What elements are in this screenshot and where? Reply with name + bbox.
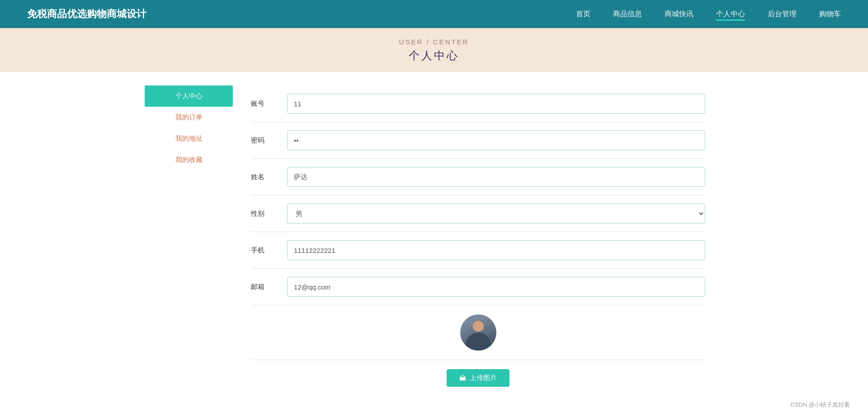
nav-item-admin[interactable]: 后台管理 bbox=[768, 10, 797, 19]
hero-banner: USER / CENTER 个人中心 bbox=[0, 28, 868, 72]
email-input[interactable] bbox=[287, 277, 705, 297]
email-row: 邮箱 bbox=[251, 269, 705, 305]
sidebar-item-favorites[interactable]: 我的收藏 bbox=[145, 149, 233, 171]
sidebar: 个人中心 我的订单 我的地址 我的收藏 bbox=[145, 86, 233, 396]
main-content: 个人中心 我的订单 我的地址 我的收藏 账号 密码 姓名 性别 bbox=[0, 72, 868, 414]
account-input[interactable] bbox=[287, 94, 705, 114]
brand-logo: 免税商品优选购物商城设计 bbox=[27, 7, 146, 21]
name-row: 姓名 bbox=[251, 159, 705, 195]
phone-input[interactable] bbox=[287, 240, 705, 260]
phone-label: 手机 bbox=[251, 246, 278, 255]
form-area: 账号 密码 姓名 性别 男 女 手机 邮箱 bbox=[233, 86, 723, 396]
hero-title: 个人中心 bbox=[0, 48, 868, 63]
hero-subtitle: USER / CENTER bbox=[0, 38, 868, 46]
upload-label: 上传图片 bbox=[470, 374, 497, 382]
sidebar-item-address[interactable]: 我的地址 bbox=[145, 128, 233, 149]
upload-icon: 🏔 bbox=[459, 374, 466, 382]
nav-item-home[interactable]: 首页 bbox=[576, 10, 590, 19]
name-label: 姓名 bbox=[251, 173, 278, 181]
password-label: 密码 bbox=[251, 136, 278, 145]
avatar bbox=[460, 314, 496, 351]
nav-item-products[interactable]: 商品信息 bbox=[613, 10, 642, 19]
nav-list: 首页 商品信息 商城快讯 个人中心 后台管理 购物车 bbox=[576, 10, 841, 19]
gender-label: 性别 bbox=[251, 209, 278, 218]
nav-item-user-center[interactable]: 个人中心 bbox=[716, 10, 745, 19]
password-input[interactable] bbox=[287, 130, 705, 150]
upload-button[interactable]: 🏔 上传图片 bbox=[447, 369, 509, 387]
upload-row: 🏔 上传图片 bbox=[251, 360, 705, 396]
account-label: 账号 bbox=[251, 100, 278, 108]
phone-row: 手机 bbox=[251, 232, 705, 269]
watermark: CSDN @小桔子真好看 bbox=[790, 401, 850, 409]
nav-item-news[interactable]: 商城快讯 bbox=[665, 10, 693, 19]
gender-select[interactable]: 男 女 bbox=[287, 204, 705, 223]
avatar-row bbox=[251, 305, 705, 360]
sidebar-item-orders[interactable]: 我的订单 bbox=[145, 107, 233, 128]
nav-item-cart[interactable]: 购物车 bbox=[819, 10, 841, 19]
gender-row: 性别 男 女 bbox=[251, 195, 705, 232]
email-label: 邮箱 bbox=[251, 283, 278, 291]
password-row: 密码 bbox=[251, 122, 705, 159]
navbar: 免税商品优选购物商城设计 首页 商品信息 商城快讯 个人中心 后台管理 购物车 bbox=[0, 0, 868, 28]
sidebar-item-user-center[interactable]: 个人中心 bbox=[145, 86, 233, 107]
name-input[interactable] bbox=[287, 167, 705, 187]
account-row: 账号 bbox=[251, 86, 705, 122]
